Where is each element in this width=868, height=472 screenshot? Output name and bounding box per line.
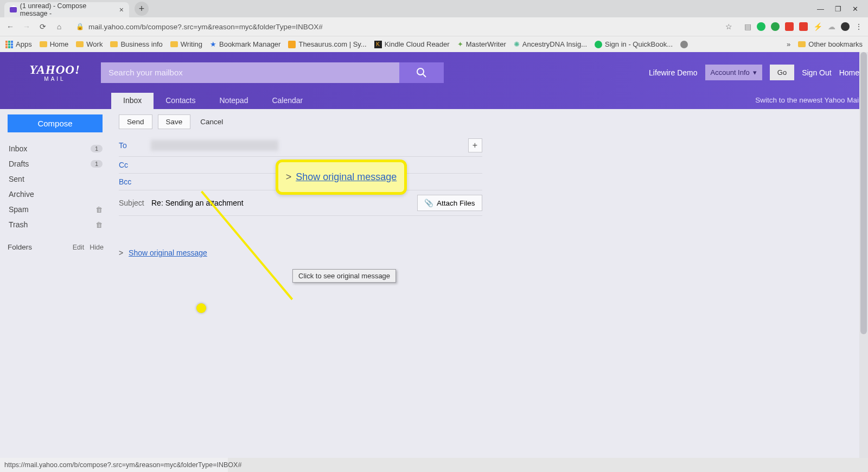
sidebar-item-sent[interactable]: Sent xyxy=(8,171,104,187)
search-button[interactable] xyxy=(399,62,444,83)
subject-input[interactable]: Re: Sending an attachment xyxy=(151,199,244,207)
tab-contacts[interactable]: Contacts xyxy=(154,93,207,109)
url-text: mail.yahoo.com/b/compose?.src=ym&reason=… xyxy=(88,23,323,31)
save-button[interactable]: Save xyxy=(158,114,191,129)
sidebar-item-trash[interactable]: Trash🗑 xyxy=(8,217,104,232)
search-input[interactable] xyxy=(101,62,399,83)
ext-icon[interactable]: ⚡ xyxy=(813,22,822,31)
ext-icon[interactable] xyxy=(771,22,780,31)
trash-icon[interactable]: 🗑 xyxy=(95,221,103,229)
window-controls: — ❐ ✕ xyxy=(817,5,868,13)
sidebar-item-drafts[interactable]: Drafts1 xyxy=(8,156,104,171)
profile-avatar[interactable] xyxy=(841,22,850,31)
bookmark-item[interactable] xyxy=(680,41,688,48)
bookmark-item[interactable]: ✺AncestryDNA Insig... xyxy=(514,40,587,48)
annotation-callout: >Show original message xyxy=(276,160,407,195)
sidebar: Compose Inbox1 Drafts1 Sent Archive Spam… xyxy=(0,109,111,458)
tab-inbox[interactable]: Inbox xyxy=(111,93,154,109)
folder-icon xyxy=(110,41,118,47)
bookmark-item[interactable]: Work xyxy=(76,40,103,48)
add-recipient-button[interactable]: + xyxy=(468,138,482,152)
reload-icon[interactable]: ⟳ xyxy=(38,22,48,31)
svg-line-1 xyxy=(423,74,426,77)
minimize-icon[interactable]: — xyxy=(817,5,824,13)
send-button[interactable]: Send xyxy=(119,114,152,129)
sidebar-item-archive[interactable]: Archive xyxy=(8,187,104,202)
search-icon xyxy=(416,67,427,78)
ext-icon[interactable] xyxy=(799,22,808,31)
sidebar-item-inbox[interactable]: Inbox1 xyxy=(8,141,104,156)
tab-title: (1 unread) - Compose message - xyxy=(20,2,112,17)
user-name: Lifewire Demo xyxy=(649,68,697,77)
apps-icon xyxy=(5,41,13,48)
status-bar: https://mail.yahoo.com/b/compose?.src=ym… xyxy=(0,458,228,472)
bookmark-item[interactable]: ★Bookmark Manager xyxy=(210,40,280,48)
sidebar-item-spam[interactable]: Spam🗑 xyxy=(8,202,104,217)
mail-tabs: Inbox Contacts Notepad Calendar Switch t… xyxy=(0,93,868,109)
paperclip-icon: 📎 xyxy=(424,199,433,207)
go-button[interactable]: Go xyxy=(770,65,794,80)
forward-icon[interactable]: → xyxy=(22,22,31,31)
site-icon xyxy=(288,41,296,48)
site-icon xyxy=(595,41,602,48)
new-tab-button[interactable]: + xyxy=(135,2,149,16)
folder-icon xyxy=(798,41,806,47)
bookmark-item[interactable]: Writing xyxy=(170,40,202,48)
annotation-dot xyxy=(196,303,206,313)
bookmark-item[interactable]: Sign in - QuickBook... xyxy=(595,40,673,48)
show-original-message-link[interactable]: Show original message xyxy=(129,248,207,257)
tab-calendar[interactable]: Calendar xyxy=(260,93,315,109)
folder-icon xyxy=(40,41,47,47)
bookmark-item[interactable]: Thesaurus.com | Sy... xyxy=(288,40,366,48)
bookmark-item[interactable]: KKindle Cloud Reader xyxy=(374,40,450,48)
subject-label: Subject xyxy=(119,199,151,207)
attach-files-button[interactable]: 📎 Attach Files xyxy=(417,195,482,211)
switch-mail-link[interactable]: Switch to the newest Yahoo Mail xyxy=(748,93,868,109)
site-icon: ✺ xyxy=(514,40,520,48)
to-field-row: To + xyxy=(119,135,482,157)
bcc-label: Bcc xyxy=(119,177,149,186)
maximize-icon[interactable]: ❐ xyxy=(835,5,841,13)
ext-icon[interactable] xyxy=(785,22,794,31)
mail-favicon xyxy=(10,7,17,12)
home-icon[interactable]: ⌂ xyxy=(54,22,64,31)
bookmark-overflow-icon[interactable]: » xyxy=(787,40,790,48)
globe-icon xyxy=(680,41,688,48)
hide-folders-link[interactable]: Hide xyxy=(90,244,104,251)
vertical-scrollbar[interactable] xyxy=(859,52,868,458)
trash-icon[interactable]: 🗑 xyxy=(95,206,103,214)
chrome-menu-icon[interactable]: ⋮ xyxy=(855,22,863,31)
back-icon[interactable]: ← xyxy=(5,22,15,31)
ext-icon[interactable] xyxy=(757,22,765,31)
home-link[interactable]: Home xyxy=(839,68,859,77)
bookmark-item[interactable]: Home xyxy=(40,40,69,48)
bookmark-item[interactable]: Business info xyxy=(110,40,162,48)
to-recipient-redacted[interactable] xyxy=(151,140,278,151)
svg-point-0 xyxy=(417,68,424,75)
bookmarks-bar: Apps Home Work Business info Writing ★Bo… xyxy=(0,36,868,52)
url-input[interactable]: 🔒 mail.yahoo.com/b/compose?.src=ym&reaso… xyxy=(71,20,738,33)
cancel-link[interactable]: Cancel xyxy=(196,115,227,129)
other-bookmarks[interactable]: Other bookmarks xyxy=(798,40,863,48)
ext-icon[interactable]: ▤ xyxy=(744,22,751,31)
folder-icon xyxy=(76,41,84,47)
folder-icon xyxy=(170,41,178,47)
site-icon: K xyxy=(374,41,382,48)
compose-button[interactable]: Compose xyxy=(8,114,103,132)
sign-out-link[interactable]: Sign Out xyxy=(802,68,831,77)
star-icon[interactable]: ☆ xyxy=(725,22,732,31)
bookmark-item[interactable]: ✦MasterWriter xyxy=(457,40,506,48)
account-info-dropdown[interactable]: Account Info ▾ xyxy=(705,65,762,80)
quote-marker: > xyxy=(119,248,123,257)
yahoo-mail-header: YAHOO! MAIL Lifewire Demo Account Info ▾… xyxy=(0,52,868,93)
edit-folders-link[interactable]: Edit xyxy=(73,244,85,251)
compose-body[interactable]: > Show original message Click to see ori… xyxy=(111,216,490,257)
close-window-icon[interactable]: ✕ xyxy=(852,5,858,13)
tab-notepad[interactable]: Notepad xyxy=(208,93,260,109)
apps-shortcut[interactable]: Apps xyxy=(5,40,32,48)
yahoo-logo[interactable]: YAHOO! MAIL xyxy=(9,63,101,82)
browser-tab[interactable]: (1 unread) - Compose message - × xyxy=(4,2,129,17)
ext-icon[interactable]: ☁ xyxy=(828,22,835,31)
close-tab-icon[interactable]: × xyxy=(119,5,124,14)
tooltip: Click to see original message xyxy=(292,269,396,283)
